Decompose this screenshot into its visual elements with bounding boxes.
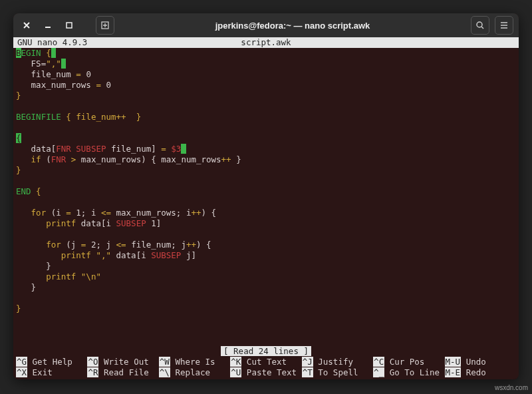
menu-button[interactable] [495, 16, 513, 35]
terminal-window: jperkins@fedora:~ — nano script.awk GNU … [13, 13, 519, 379]
shortcut-item: ^X Exit [16, 367, 87, 378]
shortcut-item: M-U Undo [445, 357, 516, 367]
shortcut-key: ^J [302, 357, 313, 367]
shortcut-item: ^T To Spell [302, 367, 373, 378]
shortcut-key: M-E [445, 367, 462, 377]
shortcut-item: ^\ Replace [159, 367, 230, 378]
shortcut-label: Justify [313, 357, 353, 367]
shortcut-label: Exit [27, 367, 53, 377]
nano-header: GNU nano 4.9.3 script.awk [13, 37, 519, 48]
shortcut-item: M-E Redo [445, 367, 516, 378]
shortcut-item: ^C Cur Pos [373, 357, 444, 367]
terminal-body[interactable]: GNU nano 4.9.3 script.awk BEGIN { FS=","… [13, 37, 519, 379]
shortcut-label: Get Help [27, 357, 72, 367]
shortcut-key: ^U [230, 367, 241, 377]
minimize-button[interactable] [40, 17, 56, 33]
shortcut-item: ^G Get Help [16, 357, 87, 367]
watermark: wsxdn.com [495, 384, 528, 391]
shortcut-key: ^W [159, 357, 170, 367]
shortcut-key: ^X [16, 367, 27, 377]
shortcut-label: Cur Pos [384, 357, 424, 367]
shortcut-key: ^T [302, 367, 313, 377]
shortcut-label: Replace [170, 367, 210, 377]
titlebar: jperkins@fedora:~ — nano script.awk [13, 13, 519, 37]
shortcut-label: Redo [461, 367, 486, 377]
maximize-button[interactable] [61, 17, 77, 33]
shortcut-label: Go To Line [384, 367, 440, 377]
shortcut-key: ^\ [159, 367, 170, 377]
nano-filename: script.awk [137, 37, 395, 48]
shortcut-item: ^_ Go To Line [373, 367, 444, 378]
shortcut-label: Read File [98, 367, 148, 377]
nano-status: [ Read 24 lines ] [13, 346, 519, 357]
new-tab-icon [100, 21, 110, 30]
shortcut-key: ^K [230, 357, 241, 367]
shortcut-label: Where Is [170, 357, 215, 367]
shortcut-item: ^K Cut Text [230, 357, 301, 367]
window-title: jperkins@fedora:~ — nano script.awk [114, 21, 471, 31]
svg-rect-0 [66, 23, 72, 28]
shortcut-item: ^O Write Out [87, 357, 158, 367]
svg-point-2 [477, 22, 482, 27]
close-button[interactable] [19, 17, 35, 33]
shortcut-label: To Spell [313, 367, 358, 377]
shortcut-label: Cut Text [241, 357, 287, 367]
shortcut-key: ^O [87, 357, 98, 367]
shortcut-label: Write Out [98, 357, 148, 367]
nano-shortcuts: ^G Get Help^O Write Out^W Where Is^K Cut… [13, 357, 519, 379]
close-icon [23, 21, 31, 29]
shortcut-key: M-U [445, 357, 462, 367]
shortcut-item: ^J Justify [302, 357, 373, 367]
search-button[interactable] [471, 16, 489, 35]
shortcut-key: ^C [373, 357, 384, 367]
shortcut-item: ^U Paste Text [230, 367, 301, 378]
shortcut-key: ^R [87, 367, 98, 377]
search-icon [475, 21, 485, 30]
nano-version: GNU nano 4.9.3 [17, 37, 137, 48]
editor-content[interactable]: BEGIN { FS="," file_num = 0 max_num_rows… [13, 48, 519, 346]
shortcut-label: Undo [461, 357, 486, 367]
shortcut-item: ^R Read File [87, 367, 158, 378]
shortcut-key: ^_ [373, 367, 384, 377]
maximize-icon [65, 21, 73, 29]
hamburger-icon [499, 21, 509, 30]
shortcut-key: ^G [16, 357, 27, 367]
new-tab-button[interactable] [96, 16, 114, 35]
minimize-icon [44, 21, 52, 29]
shortcut-item: ^W Where Is [159, 357, 230, 367]
shortcut-label: Paste Text [241, 367, 297, 377]
